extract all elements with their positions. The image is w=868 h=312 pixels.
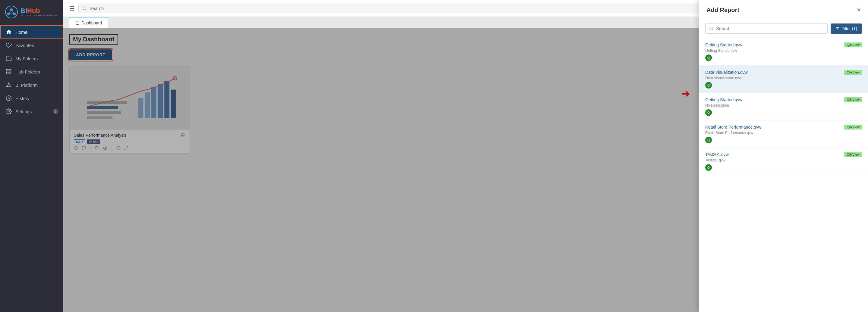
svg-line-20 [86, 9, 87, 10]
qlikview-badge-2: QlikView [844, 70, 862, 75]
report-item-desc-2: Data Visualization.qvw [705, 76, 862, 80]
panel-header: Add Report × [699, 0, 868, 19]
tab-dashboard[interactable]: Dashboard [69, 17, 108, 28]
report-item-desc-4: Retail Store Performance.qvw [705, 131, 862, 135]
report-item-desc-5: Test201.qvw [705, 158, 862, 162]
svg-point-11 [8, 83, 9, 84]
sidebar-label-favorites: Favorites [16, 43, 34, 48]
qlikview-badge-5: QlikView [844, 152, 862, 157]
svg-point-19 [83, 7, 86, 10]
sidebar-label-hub-folders: Hub Folders [16, 69, 40, 74]
sidebar-nav: Home Favorites My Folders Hub Folders [0, 23, 63, 312]
report-item-name-3: Getting Started.qvw [705, 97, 742, 102]
add-report-panel: Add Report × Filter (1) Getting Started.… [699, 0, 868, 312]
folder-icon [6, 56, 12, 62]
report-list-item-4[interactable]: Retail Store Performance.qvw QlikView Re… [699, 120, 868, 148]
filter-button[interactable]: Filter (1) [831, 24, 862, 34]
qlikview-badge-3: QlikView [844, 97, 862, 102]
sidebar-label-history: History [16, 96, 30, 101]
panel-search-box [705, 23, 828, 34]
report-item-name-2: Data Visualization.qvw [705, 70, 748, 75]
svg-line-4 [8, 10, 11, 14]
network-icon [6, 82, 12, 88]
sidebar: BIHub YOUR BI SEARCH ENGINE Home Favorit… [0, 0, 63, 312]
svg-rect-9 [9, 72, 11, 74]
report-item-name-5: Test201.qvw [705, 152, 729, 157]
panel-title: Add Report [707, 7, 739, 13]
menu-icon[interactable]: ☰ [69, 5, 75, 12]
home-icon [6, 29, 12, 35]
logo: BIHub YOUR BI SEARCH ENGINE [0, 0, 63, 23]
filter-icon [835, 27, 840, 31]
svg-rect-8 [9, 70, 11, 71]
sidebar-item-favorites[interactable]: Favorites [0, 39, 63, 52]
report-list-item-3[interactable]: Getting Started.qvw QlikView No Descript… [699, 93, 868, 120]
sidebar-item-history[interactable]: History [0, 92, 63, 105]
report-list: Getting Started.qvw QlikView Getting Sta… [699, 38, 868, 312]
grid-icon [6, 69, 12, 75]
clock-icon [6, 95, 12, 101]
report-item-name-4: Retail Store Performance.qvw [705, 125, 761, 130]
sidebar-label-home: Home [16, 30, 27, 35]
qlik-icon-2: Q [705, 82, 712, 89]
report-list-item-1[interactable]: Getting Started.qvw QlikView Getting Sta… [699, 38, 868, 66]
svg-point-18 [8, 111, 10, 112]
report-item-name-1: Getting Started.qvw [705, 42, 742, 47]
logo-bi: BI [21, 7, 27, 14]
qlik-icon-1: Q [705, 55, 712, 61]
svg-rect-7 [7, 70, 8, 71]
heart-icon [6, 42, 12, 48]
sidebar-item-settings[interactable]: Settings ! [0, 105, 63, 118]
panel-search-row: Filter (1) [699, 19, 868, 38]
sidebar-item-hub-folders[interactable]: Hub Folders [0, 65, 63, 78]
svg-point-39 [710, 27, 713, 30]
tab-dashboard-label: Dashboard [82, 21, 102, 25]
search-icon [82, 6, 87, 11]
gear-icon [6, 108, 12, 114]
panel-search-input[interactable] [716, 26, 824, 31]
svg-point-0 [5, 6, 18, 18]
svg-rect-10 [7, 72, 8, 74]
qlikview-badge-4: QlikView [844, 125, 862, 130]
svg-line-14 [7, 84, 9, 86]
qlik-icon-4: Q [705, 137, 712, 143]
filter-label: Filter (1) [841, 26, 857, 31]
logo-subtitle: YOUR BI SEARCH ENGINE [21, 14, 57, 17]
report-item-desc-3: No Description [705, 103, 862, 107]
sidebar-item-home[interactable]: Home [0, 25, 63, 39]
sidebar-item-my-folders[interactable]: My Folders [0, 52, 63, 65]
sidebar-label-my-folders: My Folders [16, 56, 38, 61]
report-list-item-5[interactable]: Test201.qvw QlikView Test201.qvw Q [699, 148, 868, 175]
svg-line-15 [9, 84, 10, 86]
svg-line-40 [712, 29, 713, 30]
report-item-desc-1: Getting Started.qvw [705, 48, 862, 53]
panel-search-icon [709, 26, 714, 31]
qlik-icon-5: Q [705, 164, 712, 171]
dashboard-tab-icon [75, 21, 80, 25]
close-button[interactable]: × [857, 6, 861, 14]
settings-badge: ! [53, 109, 59, 114]
sidebar-label-bi-platform: BI Platform [16, 82, 38, 88]
svg-line-5 [11, 10, 14, 14]
report-list-item-2[interactable]: Data Visualization.qvw QlikView Data Vis… [699, 66, 868, 93]
logo-hub: Hub [27, 7, 40, 14]
qlikview-badge-1: QlikView [844, 42, 862, 47]
logo-icon [5, 5, 18, 19]
sidebar-item-bi-platform[interactable]: BI Platform [0, 78, 63, 92]
sidebar-label-settings: Settings [16, 109, 32, 114]
qlik-icon-3: Q [705, 109, 712, 116]
